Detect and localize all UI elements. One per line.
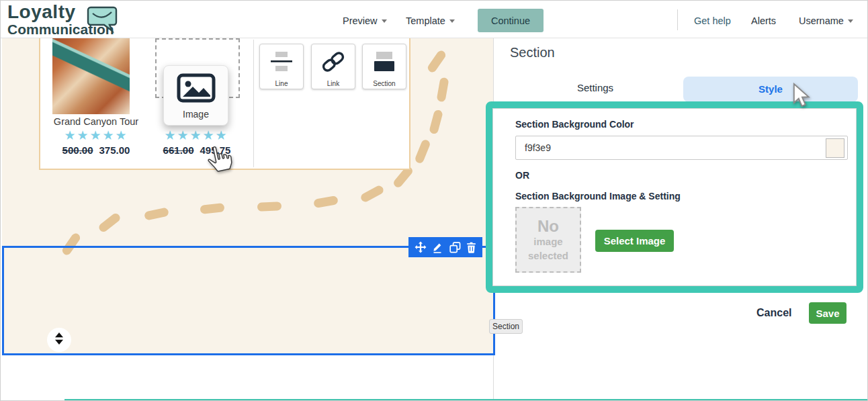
footprint-decoration bbox=[426, 49, 447, 74]
duplicate-icon[interactable] bbox=[449, 242, 461, 253]
image-icon bbox=[177, 93, 216, 105]
palette-line-label: Line bbox=[260, 80, 303, 87]
username-menu[interactable]: Username bbox=[799, 15, 853, 26]
app-window: Grand Canyon Tour ★★★★★ 500.00375.00 ★★★… bbox=[0, 0, 868, 401]
continue-button[interactable]: Continue bbox=[478, 9, 544, 32]
palette-link-button[interactable]: Link bbox=[311, 44, 355, 89]
move-icon[interactable] bbox=[415, 241, 427, 253]
app-logo[interactable]: Loyalty Communication bbox=[7, 3, 114, 36]
palette-link-label: Link bbox=[312, 80, 355, 87]
top-header-bar: Loyalty Communication Preview Template C… bbox=[1, 1, 868, 38]
footprint-decoration bbox=[313, 195, 339, 208]
or-label: OR bbox=[515, 170, 529, 181]
product-rating-stars: ★★★★★ bbox=[42, 128, 150, 143]
logo-text-line1: Loyalty bbox=[7, 3, 76, 21]
widget-container-panel: Grand Canyon Tour ★★★★★ 500.00375.00 ★★★… bbox=[39, 38, 410, 170]
chevron-down-icon bbox=[382, 19, 387, 23]
image-widget-dragged[interactable]: Image bbox=[163, 65, 228, 126]
no-image-line2: image bbox=[517, 235, 580, 249]
line-icon bbox=[268, 65, 295, 77]
product-old-price: 500.00 bbox=[62, 144, 93, 156]
no-image-placeholder: No image selected bbox=[515, 207, 581, 273]
product-prices: 661.00495.75 bbox=[140, 144, 254, 156]
chevron-down-icon bbox=[848, 19, 853, 23]
get-help-link[interactable]: Get help bbox=[694, 15, 731, 26]
tab-settings[interactable]: Settings bbox=[552, 82, 639, 93]
product-photo bbox=[52, 38, 130, 114]
alerts-link[interactable]: Alerts bbox=[751, 15, 776, 26]
product-price: 375.00 bbox=[99, 144, 130, 156]
footprint-decoration bbox=[359, 184, 385, 203]
bg-image-label: Section Background Image & Setting bbox=[515, 191, 681, 202]
footprint-decoration bbox=[257, 202, 282, 212]
link-icon bbox=[320, 65, 347, 77]
chevron-down-icon bbox=[449, 19, 455, 23]
no-image-line3: selected bbox=[517, 249, 580, 263]
cancel-button[interactable]: Cancel bbox=[756, 307, 791, 319]
template-menu[interactable]: Template bbox=[406, 15, 455, 26]
footprint-decoration bbox=[429, 109, 443, 134]
header-divider bbox=[677, 9, 678, 30]
select-image-button[interactable]: Select Image bbox=[595, 230, 674, 252]
footprint-decoration bbox=[97, 212, 122, 233]
section-tooltip-label: Section bbox=[489, 319, 523, 334]
bg-color-input[interactable] bbox=[515, 136, 848, 160]
image-widget-label: Image bbox=[164, 109, 228, 120]
palette-section-label: Section bbox=[363, 80, 406, 87]
color-swatch[interactable] bbox=[826, 138, 844, 158]
product-rating-stars: ★★★★★ bbox=[142, 128, 250, 143]
bg-color-label: Section Background Color bbox=[515, 119, 634, 130]
product-old-price: 661.00 bbox=[163, 144, 194, 156]
panel-title: Section bbox=[510, 45, 555, 60]
product-price: 495.75 bbox=[200, 144, 231, 156]
envelope-icon bbox=[85, 5, 119, 36]
section-edit-toolbar bbox=[408, 237, 482, 257]
footprint-decoration bbox=[414, 138, 431, 164]
palette-line-button[interactable]: Line bbox=[259, 44, 304, 89]
product-title: Grand Canyon Tour bbox=[42, 116, 150, 127]
tab-style[interactable]: Style bbox=[683, 77, 858, 102]
edit-icon[interactable] bbox=[432, 241, 443, 253]
preview-menu[interactable]: Preview bbox=[343, 15, 387, 26]
product-prices: 500.00375.00 bbox=[39, 144, 153, 156]
section-resize-handle[interactable] bbox=[47, 328, 71, 352]
resize-arrows-icon bbox=[54, 332, 64, 348]
section-icon bbox=[371, 65, 398, 77]
footprint-decoration bbox=[436, 77, 449, 103]
footprint-decoration bbox=[144, 207, 169, 220]
save-button[interactable]: Save bbox=[809, 302, 847, 324]
delete-icon[interactable] bbox=[466, 242, 476, 253]
no-image-line1: No bbox=[517, 218, 580, 235]
palette-section-button[interactable]: Section bbox=[362, 44, 406, 89]
footprint-decoration bbox=[200, 203, 224, 214]
selected-section-block[interactable] bbox=[2, 246, 495, 355]
